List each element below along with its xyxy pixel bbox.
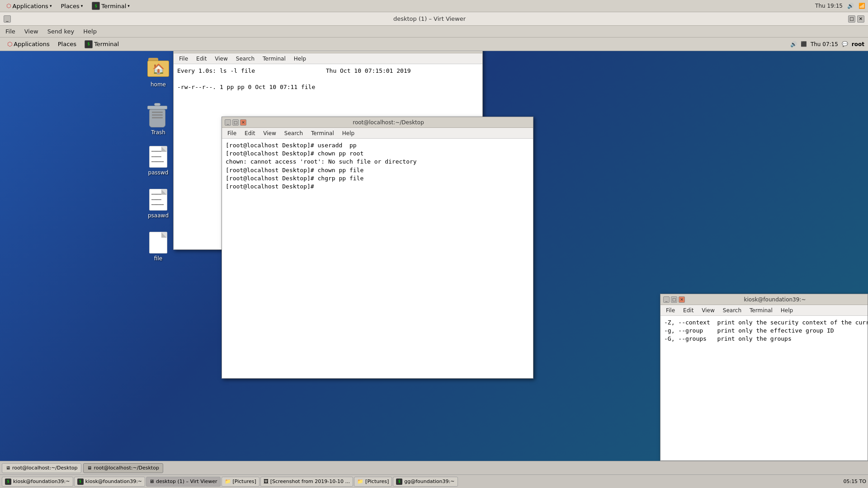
- terminal-1-view-menu[interactable]: View: [211, 55, 231, 63]
- terminal-3-file-menu[interactable]: File: [662, 306, 679, 314]
- virt-sendkey-menu[interactable]: Send key: [44, 27, 78, 36]
- terminal-2-title: root@localhost:~/Desktop: [246, 119, 530, 126]
- guest-display-icon[interactable]: ⬛: [801, 41, 807, 47]
- terminal-2-file-menu[interactable]: File: [224, 129, 240, 137]
- host-topbar: ⬡ Applications ▾ Places ▾ $ Terminal ▾ T…: [0, 0, 868, 12]
- desktop-icon-psaawd[interactable]: ━━━━━━━━━━━━━━━ psaawd: [138, 189, 179, 219]
- terminal-1-terminal-menu[interactable]: Terminal: [259, 55, 289, 63]
- terminal-1-search-menu[interactable]: Search: [232, 55, 258, 63]
- guest-terminal-menu[interactable]: $ Terminal: [81, 39, 123, 50]
- terminal-3-close-btn[interactable]: ✕: [679, 296, 685, 303]
- terminal-2-maximize-btn[interactable]: □: [232, 119, 239, 126]
- guest-taskbar-label-2: root@localhost:~/Desktop: [94, 465, 159, 471]
- host-taskbar: $ kiosk@foundation39:~ $ kiosk@foundatio…: [0, 474, 868, 488]
- host-task-icon-7: $: [396, 479, 402, 485]
- passwd-icon-label: passwd: [148, 169, 169, 176]
- host-task-label-1: kiosk@foundation39:~: [13, 479, 70, 484]
- terminal-3-body: -Z, --context print only the security co…: [660, 316, 868, 460]
- host-network-icon[interactable]: 📶: [859, 3, 865, 9]
- terminal-1-watch-line: Every 1.0s: ls -l file Thu Oct 10 07:15:…: [177, 67, 479, 92]
- virt-file-menu[interactable]: File: [2, 27, 19, 36]
- virt-minimize-button[interactable]: _: [4, 15, 11, 23]
- guest-username: root: [852, 41, 864, 47]
- terminal-1-help-menu[interactable]: Help: [290, 55, 310, 63]
- terminal-2-edit-menu[interactable]: Edit: [241, 129, 259, 137]
- desktop-icon-trash[interactable]: Trash: [138, 103, 179, 136]
- psaawd-icon-label: psaawd: [148, 212, 169, 219]
- terminal-window-2: _ □ ✕ root@localhost:~/Desktop File Edit…: [222, 117, 533, 379]
- host-task-label-4: [Pictures]: [233, 479, 256, 484]
- guest-places-menu[interactable]: Places: [54, 39, 80, 49]
- guest-terminal-label: Terminal: [94, 41, 119, 47]
- terminal-3-content: -Z, --context print only the security co…: [664, 319, 864, 343]
- terminal-3-edit-menu[interactable]: Edit: [679, 306, 697, 314]
- terminal-2-terminal-menu[interactable]: Terminal: [307, 129, 338, 137]
- passwd-file-icon: ━━━━━━━━━━━━━━━: [149, 146, 167, 168]
- trash-icon-label: Trash: [151, 129, 165, 136]
- terminal-2-help-menu[interactable]: Help: [339, 129, 358, 137]
- host-task-kiosk1[interactable]: $ kiosk@foundation39:~: [2, 477, 73, 487]
- terminal-2-minimize-btn[interactable]: _: [225, 119, 231, 126]
- host-task-label-6: [Pictures]: [365, 479, 389, 484]
- host-task-virtviewer[interactable]: 🖥 desktop (1) – Virt Viewer: [146, 477, 221, 487]
- virt-viewer-title: desktop (1) – Virt Viewer: [11, 15, 848, 22]
- terminal-2-search-menu[interactable]: Search: [281, 129, 307, 137]
- guest-taskbar-item-1[interactable]: 🖥 root@localhost:~/Desktop: [2, 463, 81, 473]
- guest-clock: Thu 07:15: [811, 41, 838, 47]
- host-places-menu[interactable]: Places ▾: [57, 1, 86, 11]
- host-applications-arrow: ▾: [50, 4, 52, 8]
- host-task-icon-4: 📁: [225, 479, 231, 484]
- host-terminal-label: Terminal: [101, 3, 126, 9]
- virt-view-menu[interactable]: View: [21, 27, 42, 36]
- guest-taskbar-item-2[interactable]: 🖥 root@localhost:~/Desktop: [83, 463, 163, 473]
- host-applications-menu[interactable]: ⬡ Applications ▾: [3, 1, 55, 11]
- host-task-kiosk2[interactable]: $ kiosk@foundation39:~: [74, 477, 146, 487]
- desktop-icon-passwd[interactable]: ━━━━━━━━━━━━━━━ passwd: [138, 146, 179, 176]
- terminal-3-maximize-btn[interactable]: □: [671, 296, 677, 303]
- terminal-1-menubar: File Edit View Search Terminal Help: [174, 53, 482, 64]
- guest-terminal-icon: $: [85, 40, 93, 48]
- guest-applications-label: Applications: [14, 41, 49, 47]
- host-task-screenshot[interactable]: 🖼 [Screenshot from 2019-10-10 ...: [260, 477, 353, 487]
- host-task-label-5: [Screenshot from 2019-10-10 ...: [270, 479, 350, 484]
- host-task-gg[interactable]: $ gg@foundation39:~: [393, 477, 458, 487]
- host-taskbar-clock: 05:15 TO: [843, 479, 866, 484]
- virt-menubar: File View Send key Help: [0, 26, 868, 38]
- terminal-2-content: [root@localhost Desktop]# useradd pp [ro…: [226, 141, 529, 191]
- host-task-icon-1: $: [5, 479, 11, 485]
- host-taskbar-clock-area: 05:15 TO: [843, 479, 866, 484]
- terminal-2-menubar: File Edit View Search Terminal Help: [222, 128, 533, 139]
- terminal-1-file-menu[interactable]: File: [175, 55, 192, 63]
- virt-restore-button[interactable]: □: [848, 15, 855, 23]
- terminal-1-edit-menu[interactable]: Edit: [193, 55, 210, 63]
- host-applications-label: Applications: [12, 3, 48, 9]
- desktop-icon-file[interactable]: file: [138, 232, 179, 262]
- trash-icon: [147, 103, 169, 127]
- guest-applications-menu[interactable]: ⬡ Applications: [4, 39, 53, 49]
- guest-taskbar-icon-1: 🖥: [6, 465, 10, 470]
- guest-taskbar-label-1: root@localhost:~/Desktop: [12, 465, 77, 471]
- host-task-pictures2[interactable]: 📁 [Pictures]: [354, 477, 392, 487]
- virt-viewer-titlebar: _ desktop (1) – Virt Viewer □ ✕: [0, 12, 868, 26]
- terminal-2-close-btn[interactable]: ✕: [240, 119, 246, 126]
- host-task-pictures1[interactable]: 📁 [Pictures]: [222, 477, 259, 487]
- terminal-2-view-menu[interactable]: View: [259, 129, 279, 137]
- virt-help-menu[interactable]: Help: [80, 27, 100, 36]
- host-volume-icon[interactable]: 🔊: [847, 3, 854, 9]
- guest-taskbar: 🖥 root@localhost:~/Desktop 🖥 root@localh…: [0, 461, 868, 474]
- terminal-3-minimize-btn[interactable]: _: [663, 296, 670, 303]
- terminal-3-terminal-menu[interactable]: Terminal: [746, 306, 776, 314]
- virt-close-button[interactable]: ✕: [857, 15, 864, 23]
- desktop-icon-home[interactable]: 🏠 home: [138, 58, 179, 88]
- terminal-3-view-menu[interactable]: View: [698, 306, 718, 314]
- guest-places-label: Places: [58, 41, 76, 47]
- guest-volume-icon[interactable]: 🔊: [790, 41, 797, 47]
- file-icon: [149, 232, 167, 253]
- host-terminal-arrow: ▾: [127, 4, 130, 8]
- terminal-3-help-menu[interactable]: Help: [777, 306, 797, 314]
- terminal-2-titlebar: _ □ ✕ root@localhost:~/Desktop: [222, 117, 533, 128]
- host-terminal-menu[interactable]: $ Terminal ▾: [88, 0, 133, 11]
- host-task-icon-3: 🖥: [149, 479, 154, 484]
- terminal-3-search-menu[interactable]: Search: [719, 306, 745, 314]
- terminal-2-body: [root@localhost Desktop]# useradd pp [ro…: [222, 139, 533, 378]
